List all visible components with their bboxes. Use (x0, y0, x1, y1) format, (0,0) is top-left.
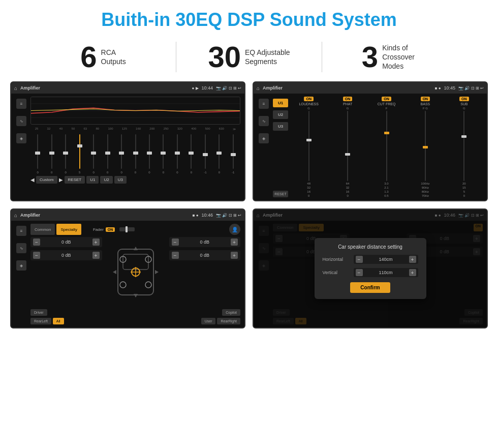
topbar-dot-icon-2: ■ ● (435, 86, 441, 91)
eq-slider-14[interactable]: 0 (213, 133, 225, 174)
loudness-toggle[interactable]: ON (304, 97, 314, 101)
db-control-1: − 0 dB + (30, 237, 102, 247)
eq-slider-9[interactable]: 0 (143, 133, 155, 174)
dialog-vertical-row: Vertical − 110cm + (323, 268, 418, 277)
cross-icon-2[interactable]: ∿ (259, 116, 269, 126)
dialog-vertical-control: − 110cm + (354, 268, 418, 277)
db-plus-2[interactable]: + (92, 252, 100, 259)
cross-u1-btn[interactable]: U1 (273, 99, 288, 107)
dialog-vertical-minus[interactable]: − (356, 269, 363, 276)
sub-name: SUB (460, 102, 468, 106)
dialog-confirm-button[interactable]: Confirm (350, 282, 390, 293)
eq-icon-2[interactable]: ∿ (16, 116, 26, 126)
bass-name: BASS (421, 102, 430, 106)
cross-channel-sub: ON SUB G 20 15 5 0 (446, 97, 483, 197)
fader-rearleft-btn[interactable]: RearLeft (30, 318, 51, 324)
phat-toggle[interactable]: ON (343, 97, 353, 101)
svg-marker-15 (113, 270, 116, 274)
dialog-horizontal-row: Horizontal − 140cm + (323, 255, 418, 264)
fader-icon-1[interactable]: ≡ (16, 226, 26, 236)
crossover-topbar: ⌂ Amplifier ■ ● 10:45 📷 🔊 ⊡ ⊞ ↩ (254, 82, 487, 94)
fader-rearright-btn[interactable]: RearRight (217, 318, 240, 324)
eq-slider-3[interactable]: 0 (59, 133, 72, 174)
topbar-time-fader: 10:46 (202, 213, 213, 218)
cross-icon-3[interactable]: ◈ (259, 133, 269, 143)
fader-icon-2[interactable]: ∿ (16, 243, 26, 253)
topbar-time-eq: 10:44 (202, 85, 213, 91)
dialog-horizontal-control: − 140cm + (354, 255, 418, 264)
fader-tabs: Common Specialty Fader ON 👤 (30, 224, 240, 235)
dialog-horizontal-minus[interactable]: − (356, 256, 363, 263)
fader-tab-specialty[interactable]: Specialty (56, 224, 81, 235)
dialog-horizontal-plus[interactable]: + (409, 256, 416, 263)
eq-slider-4[interactable]: 5 (73, 133, 85, 174)
eq-slider-15[interactable]: -1 (227, 133, 239, 174)
db-minus-2[interactable]: − (33, 252, 40, 259)
cross-u3-btn[interactable]: U3 (273, 122, 288, 131)
eq-play-btn[interactable]: ▶ (59, 177, 63, 183)
cross-reset-btn[interactable]: RESET (273, 191, 288, 197)
bass-toggle[interactable]: ON (421, 97, 430, 101)
fader-screen: ≡ ∿ ◈ Common Specialty Fader ON (11, 221, 244, 327)
topbar-time-cross: 10:45 (444, 85, 456, 91)
eq-slider-13[interactable]: -1 (199, 133, 211, 174)
db-value-2: 0 dB (42, 253, 90, 258)
eq-prev-btn[interactable]: ◀ (30, 177, 35, 183)
fader-tab-common[interactable]: Common (30, 224, 55, 235)
fader-sidebar: ≡ ∿ ◈ (15, 224, 27, 324)
fader-on-badge: ON (106, 227, 115, 232)
dialog-vertical-plus[interactable]: + (409, 269, 416, 276)
eq-slider-10[interactable]: 0 (157, 133, 169, 174)
topbar-icons-fader: 📷 🔊 ⊡ ⊞ ↩ (216, 213, 241, 218)
fader-right-controls: − 0 dB + − 0 dB + (169, 237, 241, 307)
eq-slider-11[interactable]: 0 (171, 133, 183, 174)
eq-topbar: ⌂ Amplifier ● ▶ 10:44 📷 🔊 ⊡ ⊞ ↩ (11, 82, 244, 94)
fader-all-btn[interactable]: All (53, 318, 64, 324)
db-plus-3[interactable]: + (231, 238, 238, 246)
eq-slider-7[interactable]: 0 (115, 133, 128, 174)
screens-grid: ⌂ Amplifier ● ▶ 10:44 📷 🔊 ⊡ ⊞ ↩ ≡ ∿ ◈ (0, 81, 498, 334)
eq-icon-1[interactable]: ≡ (16, 99, 26, 109)
sub-toggle[interactable]: ON (459, 97, 469, 101)
cutfreq-toggle[interactable]: ON (382, 97, 391, 101)
db-minus-4[interactable]: − (172, 252, 179, 259)
eq-u2-btn[interactable]: U2 (100, 176, 112, 184)
cross-u2-btn[interactable]: U2 (273, 110, 288, 119)
eq-slider-8[interactable]: 0 (129, 133, 141, 174)
eq-icon-3[interactable]: ◈ (16, 133, 26, 143)
fader-left-controls: − 0 dB + − 0 dB + (30, 237, 102, 307)
eq-sidebar: ≡ ∿ ◈ (15, 97, 27, 197)
cross-channel-loudness: ON LOUDNESS G 48 32 16 0 (290, 97, 327, 197)
cross-main: U1 U2 U3 RESET ON LOUDNESS G 48 32 (273, 97, 483, 197)
dialog-vertical-label: Vertical (323, 270, 351, 275)
db-value-1: 0 dB (42, 240, 90, 245)
fader-user-btn[interactable]: User (201, 318, 216, 324)
fader-copilot-btn[interactable]: Copilot (222, 309, 240, 316)
fader-text: Fader (93, 227, 104, 232)
svg-marker-16 (155, 270, 159, 274)
eq-slider-6[interactable]: 0 (101, 133, 113, 174)
cross-icon-1[interactable]: ≡ (259, 99, 269, 109)
fader-icon-3[interactable]: ◈ (16, 260, 26, 271)
db-minus-1[interactable]: − (33, 238, 40, 246)
eq-slider-2[interactable]: 0 (45, 133, 57, 174)
fader-driver-btn[interactable]: Driver (30, 309, 47, 316)
db-minus-3[interactable]: − (172, 238, 179, 246)
eq-reset-btn[interactable]: RESET (65, 176, 85, 184)
eq-u3-btn[interactable]: U3 (114, 176, 127, 184)
fader-main: Common Specialty Fader ON 👤 (30, 224, 240, 324)
eq-main: 2532405063 80100125160200 25032040050063… (30, 97, 240, 197)
db-plus-1[interactable]: + (92, 238, 100, 246)
db-plus-4[interactable]: + (231, 252, 238, 259)
stat-number-crossover: 3 (362, 42, 378, 72)
topbar-home-icon-2: ⌂ (257, 85, 260, 91)
fader-bottom-btns: Driver Copilot (30, 309, 240, 316)
eq-u1-btn[interactable]: U1 (86, 176, 99, 184)
db-value-4: 0 dB (181, 253, 229, 258)
eq-slider-5[interactable]: 0 (87, 133, 100, 174)
page-title: Buith-in 30EQ DSP Sound System (0, 0, 498, 37)
topbar-icons-eq: 📷 🔊 ⊡ ⊞ ↩ (216, 86, 241, 91)
eq-slider-1[interactable]: 0 (32, 133, 44, 174)
eq-custom-btn[interactable]: Custom (36, 176, 57, 184)
eq-slider-12[interactable]: 0 (185, 133, 197, 174)
